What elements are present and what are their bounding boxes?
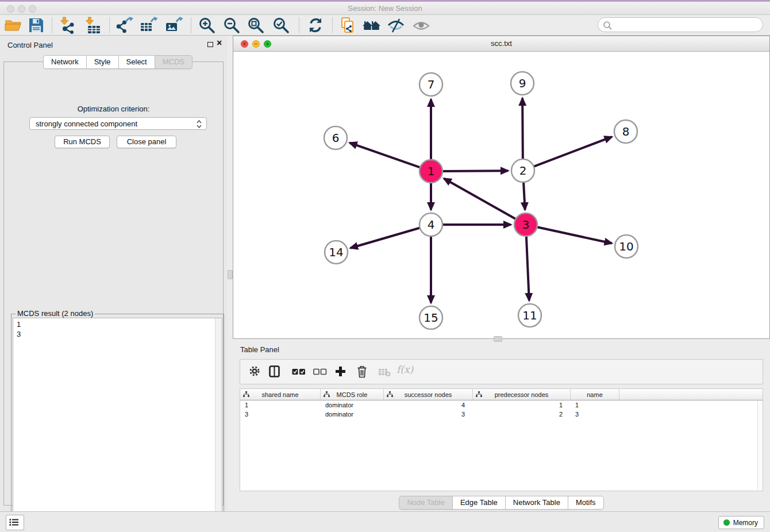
node-14[interactable]: 14 <box>325 241 348 264</box>
run-mcds-button[interactable]: Run MCDS <box>55 136 110 148</box>
memory-status-icon <box>723 519 730 526</box>
svg-text:11: 11 <box>522 309 537 322</box>
main-toolbar <box>0 15 770 36</box>
table-row[interactable]: 3dominator323 <box>240 410 763 419</box>
tab-select[interactable]: Select <box>119 55 155 69</box>
horizontal-splitter-handle[interactable] <box>494 336 502 342</box>
table-scrollbar[interactable] <box>757 400 762 490</box>
mcds-panel-body: Optimization criterion: strongly connect… <box>3 61 224 506</box>
search-input[interactable] <box>614 19 759 32</box>
show-columns-icon[interactable] <box>269 365 280 380</box>
edge-1-6[interactable] <box>350 143 421 168</box>
node-9[interactable]: 9 <box>511 72 534 95</box>
network-canvas[interactable]: 7968124314101511 <box>233 52 769 338</box>
column-header-predecessor-nodes[interactable]: predecessor nodes <box>473 389 571 400</box>
network-graph: 7968124314101511 <box>233 52 769 338</box>
select-all-columns-icon[interactable] <box>292 368 306 378</box>
edge-3-10[interactable] <box>536 227 612 244</box>
table-cell[interactable]: 2 <box>473 410 571 419</box>
export-table-icon[interactable] <box>140 17 159 34</box>
edge-3-1[interactable] <box>444 179 517 219</box>
node-4[interactable]: 4 <box>419 213 442 236</box>
column-header-MCDS-role[interactable]: MCDS role <box>321 389 384 400</box>
node-11[interactable]: 11 <box>518 304 541 327</box>
result-scrollbar[interactable] <box>215 318 222 527</box>
delete-column-trash-icon[interactable] <box>357 365 367 380</box>
tab-style[interactable]: Style <box>87 55 119 69</box>
edge-3-11[interactable] <box>526 235 529 300</box>
close-panel-button[interactable]: Close panel <box>117 136 176 148</box>
edge-1-2[interactable] <box>441 171 508 171</box>
tab-network[interactable]: Network <box>43 55 87 69</box>
table-cell[interactable]: 1 <box>473 400 571 410</box>
create-column-plus-icon[interactable] <box>335 366 346 379</box>
svg-text:1: 1 <box>428 164 435 178</box>
export-image-icon[interactable] <box>165 17 184 34</box>
result-line: 1 <box>17 319 218 329</box>
zoom-in-icon[interactable] <box>198 17 217 34</box>
table-cell[interactable]: dominator <box>321 400 384 410</box>
svg-text:9: 9 <box>519 76 526 90</box>
table-settings-gear-icon[interactable] <box>248 365 261 380</box>
node-15[interactable]: 15 <box>419 306 442 329</box>
criterion-selected-value: strongly connected component <box>36 119 137 128</box>
refresh-icon[interactable] <box>307 17 325 34</box>
deselect-all-columns-icon[interactable] <box>313 368 327 378</box>
node-3[interactable]: 3 <box>514 213 537 236</box>
node-1[interactable]: 1 <box>419 160 442 183</box>
table-cell[interactable]: dominator <box>321 410 384 419</box>
control-panel-tabs: NetworkStyleSelectMCDS <box>43 55 192 69</box>
table-panel-tabs: Node TableEdge TableNetwork TableMotifs <box>399 496 603 510</box>
edge-2-3[interactable] <box>523 181 525 210</box>
node-6[interactable]: 6 <box>324 126 347 149</box>
node-8[interactable]: 8 <box>614 120 637 143</box>
edge-2-8[interactable] <box>533 137 612 167</box>
network-window-titlebar[interactable]: × − + scc.txt <box>233 36 769 52</box>
tab-edge-table[interactable]: Edge Table <box>453 496 506 510</box>
vertical-splitter-handle[interactable] <box>228 270 233 279</box>
clone-network-icon[interactable] <box>339 17 357 34</box>
column-header-successor-nodes[interactable]: successor nodes <box>384 389 473 400</box>
table-cell[interactable]: 3 <box>384 410 473 419</box>
zoom-fit-icon[interactable] <box>247 17 265 34</box>
table-cell[interactable]: 3 <box>571 410 619 419</box>
memory-button[interactable]: Memory <box>718 516 764 529</box>
delete-table-icon <box>378 368 391 379</box>
tab-motifs[interactable]: Motifs <box>568 496 604 510</box>
import-table-icon[interactable] <box>84 17 102 34</box>
zoom-selected-icon[interactable] <box>272 17 291 34</box>
mcds-result-title: MCDS result (2 nodes) <box>16 309 95 318</box>
open-session-icon[interactable] <box>5 17 23 34</box>
task-history-button[interactable] <box>6 515 24 530</box>
table-cell[interactable]: 4 <box>384 400 473 410</box>
main-titlebar: Session: New Session <box>0 0 770 15</box>
criterion-select[interactable]: strongly connected component <box>29 117 207 130</box>
import-network-icon[interactable] <box>59 17 77 34</box>
close-panel-icon[interactable]: × <box>217 38 222 48</box>
table-cell[interactable]: 3 <box>240 410 321 419</box>
edge-2-9[interactable] <box>522 98 523 160</box>
table-cell[interactable]: 1 <box>571 400 619 410</box>
search-icon <box>603 21 612 32</box>
memory-button-label: Memory <box>733 519 758 527</box>
function-builder-icon: f(x) <box>396 364 413 375</box>
column-header-name[interactable]: name <box>571 389 619 400</box>
hide-selected-eye-icon[interactable] <box>387 17 406 34</box>
tab-mcds[interactable]: MCDS <box>155 55 192 69</box>
toolbar-separator <box>299 17 299 33</box>
edge-4-14[interactable] <box>351 228 421 248</box>
tab-network-table[interactable]: Network Table <box>506 496 568 510</box>
tab-node-table[interactable]: Node Table <box>399 496 453 510</box>
float-panel-icon[interactable] <box>207 42 213 47</box>
show-all-eye-icon[interactable] <box>413 17 431 34</box>
table-row[interactable]: 1dominator411 <box>240 400 763 410</box>
node-2[interactable]: 2 <box>511 159 534 182</box>
node-7[interactable]: 7 <box>419 73 442 96</box>
node-10[interactable]: 10 <box>615 235 638 258</box>
table-cell[interactable]: 1 <box>240 400 321 410</box>
zoom-out-icon[interactable] <box>223 17 241 34</box>
home-icon[interactable] <box>362 17 380 34</box>
export-network-icon[interactable] <box>116 17 134 34</box>
save-session-icon[interactable] <box>28 17 46 34</box>
column-header-shared-name[interactable]: shared name <box>240 389 321 400</box>
